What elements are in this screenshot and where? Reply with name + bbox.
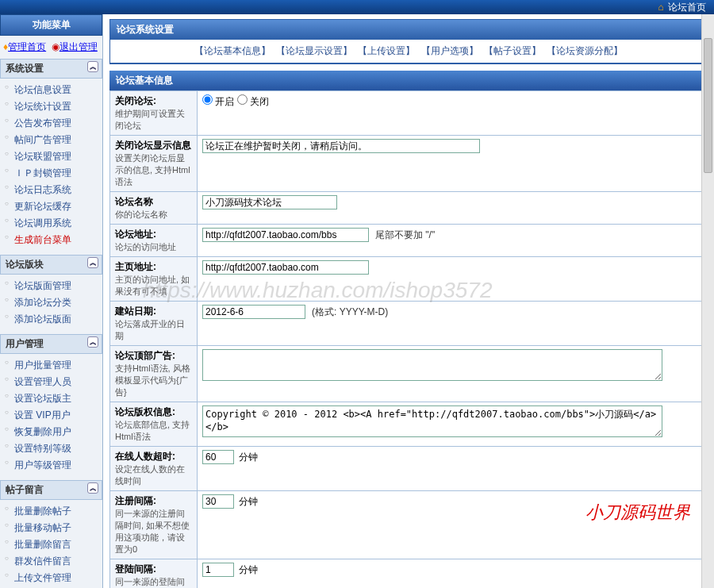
forum-home-link[interactable]: 论坛首页: [668, 2, 706, 13]
sidebar-item[interactable]: 批量移动帖子: [0, 520, 102, 536]
form-row: 登陆间隔:同一来源的登陆间隔时间, 如果不想使用这项功能，请设置为0分钟: [110, 559, 708, 589]
tab-link[interactable]: 【上传设置】: [358, 45, 415, 56]
field-label: 论坛地址:论坛的访问地址: [110, 225, 198, 257]
sidebar-link[interactable]: 论坛统计设置: [14, 101, 71, 112]
sidebar-item[interactable]: 论坛调用系统: [0, 215, 102, 232]
page-title: 论坛系统设置: [110, 20, 707, 40]
field-note: 尾部不要加 "/": [375, 229, 435, 240]
sidebar-item[interactable]: 添加论坛版面: [0, 311, 102, 328]
sidebar-link[interactable]: 群发信件留言: [14, 555, 71, 567]
text-input[interactable]: [202, 563, 234, 577]
text-input[interactable]: [202, 305, 305, 319]
sidebar-item[interactable]: 公告发布管理: [0, 115, 102, 132]
sidebar-item[interactable]: 批量删除帖子: [0, 503, 102, 520]
sidebar-link[interactable]: 论坛日志系统: [14, 184, 71, 195]
sidebar-item[interactable]: 论坛版面管理: [0, 278, 102, 294]
sidebar-item[interactable]: 论坛联盟管理: [0, 148, 102, 165]
sidebar-item[interactable]: 添加论坛分类: [0, 294, 102, 311]
content-area: 论坛系统设置 【论坛基本信息】 【论坛显示设置】 【上传设置】 【用户选项】 【…: [103, 14, 714, 588]
home-icon: ⌂: [658, 2, 663, 13]
sidebar-item[interactable]: ＩＰ封锁管理: [0, 165, 102, 182]
tab-link[interactable]: 【论坛资源分配】: [547, 45, 623, 56]
chevron-up-icon[interactable]: ︽: [87, 482, 98, 494]
sidebar-link[interactable]: 添加论坛分类: [14, 297, 71, 308]
sidebar-item[interactable]: 用户批量管理: [0, 357, 102, 374]
sidebar-link[interactable]: 添加论坛版面: [14, 313, 71, 325]
chevron-up-icon[interactable]: ︽: [87, 61, 98, 72]
sidebar-link[interactable]: 批量删除帖子: [14, 505, 71, 517]
sidebar-link[interactable]: 设置论坛版主: [14, 393, 71, 404]
sidebar-link[interactable]: 生成前台菜单: [14, 234, 71, 245]
sidebar-link[interactable]: 设置 VIP用户: [14, 409, 71, 421]
text-input[interactable]: [202, 195, 337, 209]
radio-option[interactable]: [202, 94, 213, 105]
sidebar-link[interactable]: 恢复删除用户: [14, 426, 71, 437]
sidebar-item[interactable]: 论坛信息设置: [0, 82, 102, 98]
field-label: 在线人数超时:设定在线人数的在线时间: [110, 447, 198, 491]
sidebar-link[interactable]: ＩＰ封锁管理: [14, 167, 71, 179]
sidebar-item[interactable]: 设置特别等级: [0, 440, 102, 457]
text-input[interactable]: [202, 139, 480, 153]
tab-link[interactable]: 【用户选项】: [421, 45, 478, 56]
admin-home-link[interactable]: 管理首页: [8, 41, 46, 52]
text-input[interactable]: [202, 450, 234, 464]
text-input[interactable]: [202, 228, 369, 242]
sidebar-group-header[interactable]: 系统设置︽: [0, 59, 102, 79]
scrollbar-thumb[interactable]: [704, 38, 712, 173]
radio-option[interactable]: [237, 94, 248, 105]
radio-label: 关闭: [248, 96, 269, 107]
sidebar-item[interactable]: 批量删除留言: [0, 536, 102, 553]
text-input[interactable]: [202, 494, 234, 509]
sidebar-item[interactable]: 生成前台菜单: [0, 232, 102, 248]
tab-link[interactable]: 【帖子设置】: [484, 45, 541, 56]
sidebar-item[interactable]: 更新论坛缓存: [0, 198, 102, 215]
sidebar-link[interactable]: 批量删除留言: [14, 539, 71, 550]
sidebar-item[interactable]: 用户等级管理: [0, 457, 102, 474]
sidebar-item[interactable]: 论坛日志系统: [0, 182, 102, 198]
sidebar-link[interactable]: 帖间广告管理: [14, 134, 71, 145]
scrollbar[interactable]: [701, 14, 714, 588]
form-row: 论坛顶部广告:支持Html语法, 风格模板显示代码为{广告}: [110, 346, 708, 402]
tab-link[interactable]: 【论坛显示设置】: [276, 45, 352, 56]
form-row: 论坛版权信息:论坛底部信息, 支持Html语法: [110, 402, 708, 447]
sidebar-item[interactable]: 论坛统计设置: [0, 98, 102, 115]
sidebar-item[interactable]: 设置管理人员: [0, 374, 102, 390]
tab-link[interactable]: 【论坛基本信息】: [194, 45, 271, 56]
sidebar: 功能菜单 ♦管理首页 ◉退出管理 系统设置︽论坛信息设置论坛统计设置公告发布管理…: [0, 14, 103, 588]
sidebar-item[interactable]: 上传文件管理: [0, 570, 102, 586]
sidebar-link[interactable]: 论坛信息设置: [14, 84, 71, 95]
sidebar-group-header[interactable]: 论坛版块︽: [0, 255, 102, 275]
chevron-up-icon[interactable]: ︽: [87, 257, 98, 268]
unit-label: 分钟: [239, 496, 258, 507]
sidebar-item[interactable]: 设置 VIP用户: [0, 407, 102, 424]
form-row: 主页地址:主页的访问地址, 如果没有可不填: [110, 257, 708, 302]
sidebar-group-header[interactable]: 帖子留言︽: [0, 480, 102, 500]
sidebar-link[interactable]: 设置特别等级: [14, 443, 71, 454]
sidebar-link[interactable]: 上传文件管理: [14, 572, 71, 583]
field-value: [198, 257, 708, 302]
logout-link[interactable]: 退出管理: [60, 41, 98, 52]
sidebar-link[interactable]: 公告发布管理: [14, 117, 71, 129]
textarea-input[interactable]: [202, 405, 662, 437]
sidebar-item[interactable]: 帖间广告管理: [0, 132, 102, 148]
sidebar-link[interactable]: 设置管理人员: [14, 376, 71, 387]
textarea-input[interactable]: [202, 349, 662, 381]
sidebar-link[interactable]: 用户批量管理: [14, 359, 71, 371]
field-value: 分钟: [198, 447, 708, 491]
sidebar-link[interactable]: 论坛调用系统: [14, 217, 71, 229]
sidebar-link[interactable]: 用户等级管理: [14, 459, 71, 471]
sidebar-link[interactable]: 论坛联盟管理: [14, 151, 71, 162]
field-value: [198, 402, 708, 447]
chevron-up-icon[interactable]: ︽: [87, 336, 98, 348]
sidebar-actions: ♦管理首页 ◉退出管理: [0, 36, 102, 59]
sidebar-item[interactable]: 恢复删除用户: [0, 424, 102, 440]
topbar: ⌂ 论坛首页: [0, 0, 714, 14]
sidebar-item[interactable]: 群发信件留言: [0, 553, 102, 570]
sidebar-link[interactable]: 更新论坛缓存: [14, 201, 71, 212]
text-input[interactable]: [202, 260, 369, 275]
sidebar-group-header[interactable]: 用户管理︽: [0, 334, 102, 354]
sidebar-item[interactable]: 设置论坛版主: [0, 390, 102, 407]
field-value: [198, 136, 708, 192]
sidebar-link[interactable]: 批量移动帖子: [14, 522, 71, 533]
sidebar-link[interactable]: 论坛版面管理: [14, 280, 71, 291]
